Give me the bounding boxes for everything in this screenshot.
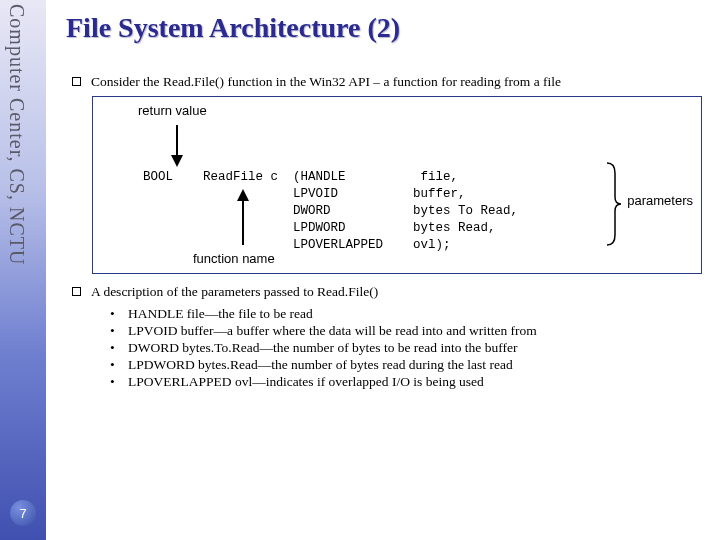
svg-marker-1 [171, 155, 183, 167]
bullet-dot-icon: • [110, 323, 128, 339]
param-1: HANDLE file—the file to be read [128, 306, 313, 322]
arrow-up-icon [233, 189, 253, 247]
code-signature: BOOL ReadFile c (HANDLE file, LPVOID buf… [143, 169, 518, 253]
list-item: •LPVOID buffer—a buffer where the data w… [110, 323, 708, 339]
parameter-list: •HANDLE file—the file to be read •LPVOID… [110, 306, 708, 390]
page-number-badge: 7 [10, 500, 36, 526]
bullet-dot-icon: • [110, 340, 128, 356]
bullet-1-text: Consider the Read.File() function in the… [91, 74, 561, 90]
function-name-label: function name [193, 251, 275, 266]
square-bullet-icon [72, 287, 81, 296]
bullet-dot-icon: • [110, 374, 128, 390]
param-4: LPDWORD bytes.Read—the number of bytes r… [128, 357, 513, 373]
slide-content: File System Architecture (2) Consider th… [58, 0, 720, 391]
param-3: DWORD bytes.To.Read—the number of bytes … [128, 340, 517, 356]
arrow-down-icon [167, 123, 187, 167]
page-number: 7 [19, 506, 26, 521]
bullet-2-text: A description of the parameters passed t… [91, 284, 378, 300]
list-item: •DWORD bytes.To.Read—the number of bytes… [110, 340, 708, 356]
square-bullet-icon [72, 77, 81, 86]
readfile-diagram: return value BOOL ReadFile c (HANDLE fil… [92, 96, 702, 274]
slide-title: File System Architecture (2) [66, 12, 708, 44]
sig-line-4: LPDWORD bytes Read, [143, 221, 496, 235]
sig-line-2: LPVOID buffer, [143, 187, 466, 201]
bullet-2: A description of the parameters passed t… [72, 284, 708, 300]
list-item: •HANDLE file—the file to be read [110, 306, 708, 322]
sidebar-org-text: Computer Center, CS, NCTU [5, 4, 28, 265]
sig-line-3: DWORD bytes To Read, [143, 204, 518, 218]
sig-line-5: LPOVERLAPPED ovl); [143, 238, 451, 252]
param-2: LPVOID buffer—a buffer where the data wi… [128, 323, 537, 339]
sig-line-1: BOOL ReadFile c (HANDLE file, [143, 170, 458, 184]
bracket-icon [605, 161, 623, 247]
list-item: •LPDWORD bytes.Read—the number of bytes … [110, 357, 708, 373]
return-value-label: return value [138, 103, 207, 118]
bullet-dot-icon: • [110, 357, 128, 373]
list-item: •LPOVERLAPPED ovl—indicates if overlappe… [110, 374, 708, 390]
sidebar: Computer Center, CS, NCTU 7 [0, 0, 46, 540]
parameters-label: parameters [627, 193, 693, 208]
bullet-dot-icon: • [110, 306, 128, 322]
bullet-1: Consider the Read.File() function in the… [72, 74, 708, 90]
param-5: LPOVERLAPPED ovl—indicates if overlapped… [128, 374, 484, 390]
